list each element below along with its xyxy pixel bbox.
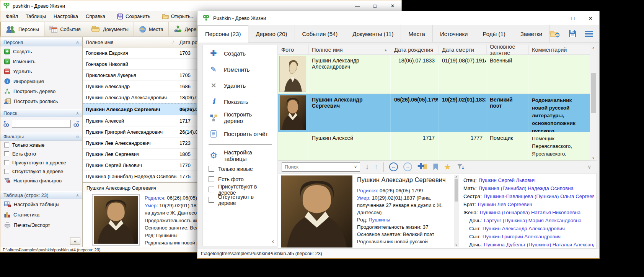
filter-alive[interactable]: Только живые — [0, 141, 82, 149]
action-build-report[interactable]: Построить отчёт — [203, 126, 277, 142]
relative-link[interactable]: Пушкин Григорий Александрович — [483, 234, 561, 239]
panel-collapse-icon[interactable]: ‹ — [272, 238, 274, 245]
column-fullname[interactable]: Полное имя/ — [83, 37, 177, 47]
clan-link[interactable]: Пушкины — [368, 217, 390, 223]
open-button[interactable]: Открыть... — [158, 12, 198, 20]
search-combobox[interactable]: ∨ — [282, 162, 360, 172]
open-file-icon[interactable] — [549, 30, 560, 38]
section-persona-header[interactable]: Персона « — [0, 38, 82, 46]
action-create[interactable]: ✚Создать — [203, 45, 277, 61]
sidebar-collapse-button[interactable]: « — [70, 238, 80, 245]
relative-link[interactable]: Пушкина-Павлищева (Пушкина) Ольга Сергее… — [484, 193, 594, 199]
print-export[interactable]: Печать/Экспорт — [0, 220, 82, 230]
action-edit[interactable]: ▲Изменить — [0, 56, 82, 66]
save-button[interactable]: Сохранить — [114, 12, 154, 21]
column-comment[interactable]: Комментарий — [529, 45, 590, 54]
column-photo[interactable]: Фото — [278, 45, 309, 54]
checkbox[interactable] — [4, 151, 9, 156]
tab-documents[interactable]: Документы — [86, 22, 134, 36]
tab-documents[interactable]: Документы (11) — [345, 25, 401, 42]
filter-not-in-tree[interactable]: Отсутствуют в дереве — [203, 195, 277, 205]
table-row[interactable]: Пушкин Александр Александрович 18(06).07… — [278, 55, 591, 94]
relative-link[interactable]: Пушкин Александр Александрович — [483, 226, 565, 231]
born-link[interactable]: Родился — [357, 188, 377, 193]
collapse-section-icon[interactable]: « — [75, 135, 81, 138]
filter-alive[interactable]: Только живые — [203, 164, 277, 174]
checkbox[interactable] — [209, 166, 214, 172]
biography-scrollbar[interactable]: ∧ ∨ — [454, 175, 459, 247]
relative-link[interactable]: Гартунг (Пушкина) Мария Александровна — [484, 218, 582, 223]
close-button[interactable]: ✕ — [384, 0, 401, 11]
section-table-header[interactable]: Таблица (строк: 23) « — [0, 191, 82, 199]
nav-back-icon[interactable]: ← — [389, 162, 398, 171]
menu-hamburger-icon[interactable] — [585, 31, 593, 37]
sidebar-search-input[interactable] — [12, 120, 71, 128]
filter-has-photo[interactable]: Есть фото — [203, 174, 277, 184]
menu-file[interactable]: Файл — [2, 12, 22, 21]
nav-forward-icon[interactable]: → — [403, 162, 412, 171]
filter-in-tree[interactable]: Присутствуют в дереве — [0, 158, 82, 167]
checkbox[interactable] — [209, 187, 214, 192]
search-prev-icon[interactable] — [3, 121, 10, 127]
table-row-selected[interactable]: Пушкин Александр Сергеевич 06(26).06(05)… — [278, 94, 591, 132]
action-info[interactable]: iИнформация — [0, 76, 82, 86]
menu-help[interactable]: Справка — [82, 12, 109, 21]
filter-in-tree[interactable]: Присутствуют в дереве — [203, 184, 277, 195]
table-scrollbar[interactable]: ∧ ∨ — [590, 45, 597, 161]
find-next-icon[interactable]: ↓ — [365, 163, 369, 171]
filter-settings[interactable]: Настройка фильтров — [0, 176, 82, 185]
relative-link[interactable]: Пушкина-Дубельт (Пушкина) Наталья Алекса… — [484, 242, 594, 247]
resize-grip[interactable]: .: — [595, 253, 598, 258]
menu-tables[interactable]: Таблицы — [22, 12, 50, 21]
relative-link[interactable]: Пушкин Лев Сергеевич — [478, 202, 532, 207]
column-fullname[interactable]: Полное имя▲ — [309, 45, 391, 54]
relative-link[interactable]: Пушкина (Ганнибал) Надежда Осиповна — [479, 185, 574, 191]
favorite-star-icon[interactable]: ★ — [444, 163, 451, 171]
close-button[interactable]: ✕ — [582, 11, 599, 25]
collapse-section-icon[interactable]: « — [75, 112, 81, 115]
filter-funnel-icon[interactable] — [457, 163, 465, 170]
collapse-section-icon[interactable]: « — [75, 194, 81, 197]
action-build-tree[interactable]: Построить дерево — [203, 110, 277, 126]
table-row[interactable]: Пушкин Алексей 1717 1777 Помещик Помещик… — [278, 132, 591, 161]
tab-clans[interactable]: Роды́ (1) — [475, 25, 513, 42]
find-prev-icon[interactable]: ↑ — [375, 163, 378, 171]
relative-link[interactable]: Пушкин Сергей Львович — [479, 177, 536, 183]
statistics[interactable]: Статистика — [0, 210, 82, 220]
action-delete[interactable]: —Удалить — [0, 66, 82, 76]
add-bookmark-icon[interactable]: ✚ — [417, 163, 427, 171]
scroll-up-icon[interactable]: ∧ — [455, 175, 458, 179]
scroll-thumb[interactable] — [591, 73, 596, 113]
action-build-report[interactable]: Построить роспись — [0, 96, 82, 106]
checkbox[interactable] — [209, 197, 214, 203]
details-collapse-icon[interactable]: ∨ — [587, 164, 593, 170]
collapse-section-icon[interactable]: « — [75, 41, 81, 44]
dropdown-icon[interactable]: ∨ — [354, 164, 357, 169]
died-link[interactable]: Умер — [145, 203, 157, 208]
tab-places[interactable]: Места — [134, 22, 169, 36]
action-create[interactable]: ✚Создать — [0, 46, 82, 56]
tab-notes[interactable]: Заметки — [513, 25, 550, 42]
tab-sources[interactable]: Источники — [433, 25, 475, 42]
tab-persons[interactable]: Персоны — [0, 22, 44, 36]
tab-places[interactable]: Места — [401, 25, 433, 42]
checkbox[interactable] — [209, 176, 214, 182]
filter-not-in-tree[interactable]: Отсутствуют в дереве — [0, 167, 82, 176]
scroll-thumb[interactable] — [455, 179, 458, 202]
search-input[interactable] — [285, 164, 352, 170]
menu-settings[interactable]: Настройка — [50, 12, 82, 21]
tab-events[interactable]: События — [44, 22, 86, 36]
scroll-up-icon[interactable]: ∧ — [592, 45, 595, 51]
scroll-down-icon[interactable]: ∨ — [592, 155, 595, 161]
born-link[interactable]: Родился — [145, 195, 164, 201]
tab-tree[interactable]: Дерево (20) — [248, 25, 295, 42]
tab-events[interactable]: События (54) — [295, 25, 346, 42]
relative-link[interactable]: Пушкина (Гончарова) Наталья Николаевна — [480, 210, 580, 215]
search-next-icon[interactable] — [73, 121, 80, 127]
checkbox[interactable] — [4, 169, 9, 174]
scroll-down-icon[interactable]: ∨ — [455, 243, 458, 247]
bookmark-icon[interactable] — [433, 163, 439, 170]
minimize-button[interactable]: — — [546, 11, 564, 25]
section-search-header[interactable]: Поиск « — [0, 109, 82, 117]
maximize-button[interactable]: □ — [366, 0, 384, 11]
